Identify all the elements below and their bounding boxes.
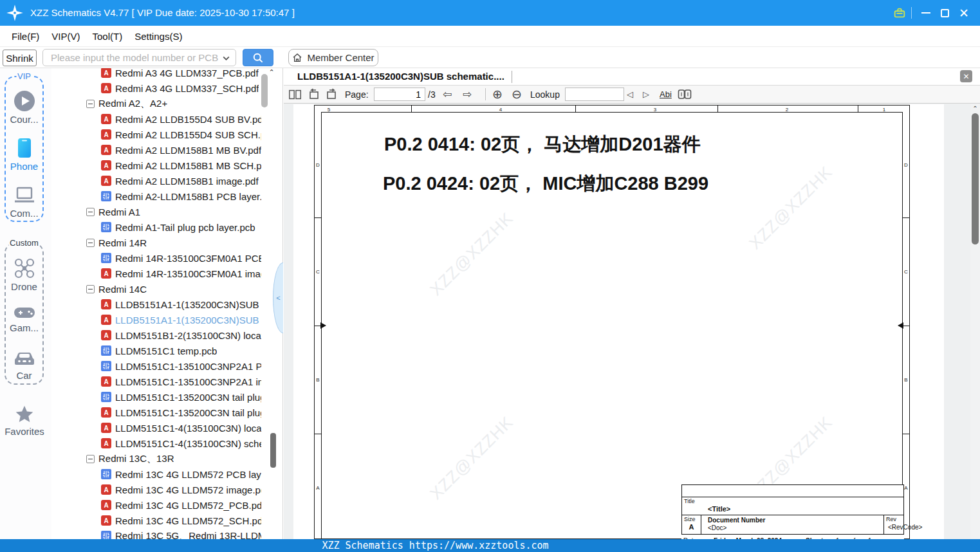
sidebar-item-game[interactable]: Gam... — [6, 304, 42, 333]
tree-item[interactable]: A Redmi A1-Tail plug pcb layer.pcb — [51, 219, 261, 235]
tree-item[interactable]: A LLDM5151B1-2(135100C3N) locatio — [51, 327, 261, 343]
pdf-file-icon: A — [101, 176, 111, 186]
tree-item[interactable]: A Redmi A2 LLDM158B1 image.pdf — [51, 173, 261, 189]
toolbar-separator — [485, 88, 486, 100]
size-value: A — [682, 523, 701, 531]
tree-item[interactable]: A Redmi 13C 5G、Redmi 13R-LLDM5 — [51, 528, 261, 539]
tree-item[interactable]: A LLDM5151C1-135100C3NP2A1 PCB — [51, 358, 261, 374]
tree-item[interactable]: A Redmi A2 LLDM158B1 MB BV.pdf — [51, 142, 261, 158]
tree-item[interactable]: A Redmi 13C 4G LLDM572_PCB.pdf — [51, 497, 261, 513]
page-number-input[interactable] — [374, 87, 425, 101]
title-value: <Title> — [708, 505, 730, 513]
main-scrollbar-thumb[interactable] — [972, 113, 979, 244]
mid-marker-left — [320, 322, 326, 329]
collapse-expander-icon[interactable] — [86, 239, 95, 247]
lookup-input[interactable] — [565, 87, 624, 101]
collapse-expander-icon[interactable] — [86, 285, 95, 293]
tree-item[interactable]: A LLDM5151C1-135200C3N tail plug — [51, 405, 261, 420]
tree-item[interactable]: A LLDB5151A1-1(135200C3N)SUB loc — [51, 297, 261, 312]
tree-item[interactable]: A Redmi 13C、13R — [51, 451, 261, 466]
tree-item[interactable]: A Redmi A2 LLDB155D4 SUB BV.pdf — [51, 111, 261, 127]
document-tab[interactable]: LLDB5151A1-1(135200C3N)SUB schematic.... — [297, 71, 504, 82]
pdf-file-icon: A — [101, 114, 111, 124]
tree-item[interactable]: A Redmi A1 — [51, 204, 261, 219]
tree-item[interactable]: A LLDM5151C1-135100C3NP2A1 ima — [51, 374, 261, 389]
close-button[interactable]: ✕ — [956, 0, 972, 26]
menu-file[interactable]: File(F) — [12, 31, 39, 42]
rotate-left-button[interactable] — [308, 86, 320, 103]
tree-item[interactable]: A Redmi 14R-135100C3FM0A1 PCB la — [51, 250, 261, 266]
tree-item-label: LLDM5151C1-135100C3NP2A1 PCB — [115, 361, 261, 372]
tree-scrollbar-thumb[interactable] — [261, 74, 268, 107]
binoculars-icon[interactable] — [678, 86, 692, 103]
briefcase-icon[interactable] — [891, 0, 909, 26]
chevron-down-icon[interactable] — [222, 54, 230, 62]
member-center-button[interactable]: Member Center — [288, 49, 378, 66]
collapse-expander-icon[interactable] — [86, 100, 95, 108]
collapse-panel-handle[interactable]: < — [273, 262, 283, 333]
tree-item[interactable]: A Redmi A2-LLDM158B1 PCB layer.pcb — [51, 189, 261, 204]
pcb-file-icon — [101, 469, 111, 479]
sidebar-item-label: Com... — [10, 208, 38, 219]
sidebar-item-favorites[interactable]: Favorites — [0, 404, 49, 437]
tree-item[interactable]: A Redmi A2、A2+ — [51, 96, 261, 111]
tree-item[interactable]: A Redmi 14R — [51, 235, 261, 250]
model-search-combobox[interactable] — [42, 49, 236, 66]
menu-vip[interactable]: VIP(V) — [51, 31, 80, 42]
star-icon — [14, 404, 35, 425]
tree-item-label: Redmi A3 4G LLDM337_SCH.pdf — [115, 83, 259, 94]
left-panel: VIP Cour... Phone — [0, 68, 283, 539]
sidebar-item-label: Drone — [11, 281, 37, 292]
ruler-row-label: D — [316, 162, 320, 168]
close-document-icon[interactable]: ✕ — [960, 70, 972, 82]
collapse-expander-icon[interactable] — [86, 208, 95, 216]
tree-item[interactable]: A Redmi 14R-135100C3FM0A1 image — [51, 266, 261, 281]
menu-settings[interactable]: Settings(S) — [134, 31, 182, 42]
tree-item[interactable]: A Redmi A3 4G LLDM337_SCH.pdf — [51, 80, 261, 96]
shrink-button[interactable]: Shrink — [3, 50, 37, 66]
panel-scrollbar-thumb[interactable] — [270, 433, 276, 468]
tree-item[interactable]: A Redmi A2 LLDB155D4 SUB SCH.pdf — [51, 127, 261, 142]
tree-scroll-up-icon[interactable]: ⌃ — [266, 68, 277, 77]
tree-item[interactable]: A LLDB5151A1-1(135200C3N)SUB sch — [51, 312, 261, 327]
tree-item[interactable]: A LLDM5151C1 temp.pcb — [51, 343, 261, 358]
zoom-in-button[interactable]: ⊕ — [492, 86, 503, 103]
rotate-right-button[interactable] — [325, 86, 338, 103]
pdf-canvas[interactable]: 5 4 3 2 1 D C B A D C B A — [284, 104, 980, 539]
tree-item-label: Redmi 13C 4G LLDM572_SCH.pdf — [115, 515, 261, 526]
search-input[interactable] — [50, 50, 220, 65]
tree-item[interactable]: A Redmi 13C 4G LLDM572 image.pdf — [51, 482, 261, 497]
pcb-file-icon — [101, 191, 111, 201]
sidebar-item-course[interactable]: Cour... — [6, 89, 42, 125]
tree-item-label: Redmi 14R — [98, 237, 147, 248]
match-case-toggle[interactable]: Abi — [660, 86, 672, 103]
sidebar-item-computer[interactable]: Com... — [6, 183, 42, 219]
minimize-button[interactable] — [919, 0, 933, 26]
sidebar-item-car[interactable]: Car — [6, 349, 42, 381]
tree-item[interactable]: A Redmi A3 4G LLDM337_PCB.pdf — [51, 68, 261, 80]
sidebar-item-drone[interactable]: Drone — [6, 257, 42, 292]
tree-item[interactable]: A LLDM5151C1-4(135100C3N) locatio — [51, 420, 261, 436]
search-button[interactable] — [243, 49, 273, 66]
pcb-file-icon — [101, 345, 111, 356]
menu-tool[interactable]: Tool(T) — [93, 31, 123, 42]
maximize-button[interactable] — [938, 0, 952, 26]
find-next-button[interactable]: ▷ — [643, 86, 649, 103]
tree-item[interactable]: A Redmi 14C — [51, 281, 261, 297]
scroll-up-icon[interactable]: ⌃ — [972, 105, 979, 112]
tree-item[interactable]: A Redmi A2 LLDM158B1 MB SCH.pdf — [51, 158, 261, 173]
tree-item[interactable]: A Redmi 13C 4G LLDM572 PCB layer. — [51, 466, 261, 482]
two-page-view-button[interactable] — [288, 86, 302, 103]
tree-item[interactable]: A LLDM5151C1-135200C3N tail plug — [51, 389, 261, 405]
sidebar-item-label: Car — [16, 370, 32, 381]
main-scrollbar[interactable]: ⌃ — [970, 104, 980, 539]
tree-item[interactable]: A Redmi 13C 4G LLDM572_SCH.pdf — [51, 513, 261, 528]
tree-item[interactable]: A LLDM5151C1-4(135100C3N) schem — [51, 436, 261, 451]
find-prev-button[interactable]: ◁ — [627, 86, 633, 103]
next-page-button[interactable]: ⇨ — [463, 86, 472, 103]
sidebar-item-phone[interactable]: Phone — [6, 136, 42, 172]
prev-page-button[interactable]: ⇦ — [443, 86, 452, 103]
pcb-file-icon — [101, 253, 111, 263]
collapse-expander-icon[interactable] — [86, 455, 95, 463]
zoom-out-button[interactable]: ⊖ — [512, 86, 522, 103]
